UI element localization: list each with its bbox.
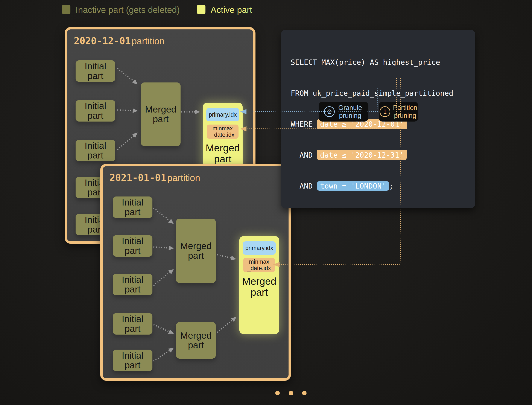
initial-part: Initial part [76,60,115,82]
sql-line-and-date: AND date ≤ '2020-12-31' [291,150,465,160]
carousel-dot[interactable] [289,391,293,395]
sql-query-block: SELECT MAX(price) AS highest_price FROM … [281,30,475,208]
initial-part: Initial part [113,350,152,371]
step-1-badge: 1 [380,106,390,117]
carousel-dot[interactable] [275,391,280,395]
primary-idx-chip: primary.idx [206,108,239,121]
inactive-part-legend-label: Inactive part (gets deleted) [76,5,180,15]
active-part-swatch [197,5,205,14]
initial-part: Initial part [113,313,152,335]
sql-line-where: WHERE date ≥ '2020-12-01' [291,119,465,129]
merged-part-active: primary.idx minmax _date.idx Merged part [239,236,279,334]
initial-part: Initial part [76,100,115,122]
merged-part-inactive: Merged part [176,322,216,359]
inactive-part-swatch [62,5,70,14]
initial-part: Initial part [113,274,152,295]
partition-pruning-callout: 1 Partition pruning [379,102,418,122]
primary-idx-chip: primary.idx [243,241,276,255]
sql-line-select: SELECT MAX(price) AS highest_price [291,57,465,68]
date-upper-bound-highlight: date ≤ '2020-12-31' [317,150,407,160]
partition-date: 2020-12-01 [74,35,131,46]
town-filter-highlight: town = 'LONDON' [317,181,389,191]
partition-date: 2021-01-01 [109,172,166,183]
partition-title: 2021-01-01 partition [109,172,200,183]
partition-2021-01-01: 2021-01-01 partition Initial part Initia… [100,164,291,381]
merged-part-inactive: Merged part [176,219,216,283]
merged-part-label: Merged part [203,142,242,164]
sql-line-from: FROM uk_price_paid_simple_partitioned [291,88,465,98]
granule-pruning-callout: 2 Granule pruning [319,102,368,122]
minmax-date-idx-chip: minmax _date.idx [207,125,238,139]
initial-part: Initial part [76,140,115,161]
minmax-date-idx-chip: minmax _date.idx [243,258,275,272]
merged-part-label: Merged part [239,276,279,298]
partition-pruning-label: Partition pruning [393,104,417,120]
granule-pruning-label: Granule pruning [337,104,363,120]
active-part-legend-label: Active part [211,5,252,15]
initial-part: Initial part [113,196,152,218]
merged-part-inactive: Merged part [141,82,181,146]
sql-line-and-town: AND town = 'LONDON'; [291,181,465,191]
initial-part: Initial part [113,235,152,256]
partition-pruning-diagram: { "legend": { "inactive_label": "Inactiv… [0,0,532,405]
partition-title: 2020-12-01 partition [74,35,164,46]
carousel-dot[interactable] [302,391,307,395]
step-2-badge: 2 [324,106,335,117]
